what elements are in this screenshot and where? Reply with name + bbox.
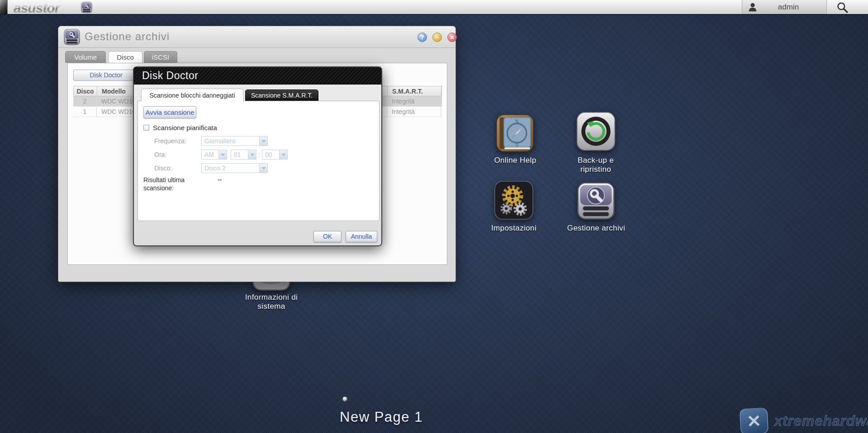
frequency-row: Frequenza: Giornaliero [154,136,268,146]
desktop-label-backup-ripristino[interactable]: Back-up e ripristino [571,156,621,174]
chevron-down-icon[interactable] [279,150,287,159]
meridiem-value: AM [202,150,218,159]
disk-row: Disco: Disco 2 [154,163,268,173]
frequency-value: Giornaliero [202,136,259,146]
header-disco: Disco [74,86,97,96]
watermark-text: xtremehardware.it [774,413,868,429]
header-smart: S.M.A.R.T. [388,86,441,96]
disk-label: Disco: [154,165,201,172]
results-label: Risultati ultima scansione: [143,176,205,192]
window-minimize-button[interactable]: − [432,33,442,42]
dialog-titlebar[interactable]: Disk Doctor [134,67,381,85]
compass-book-icon: N S [496,114,534,152]
hour-select[interactable]: 01 [231,150,256,160]
top-bar: asustor admin [0,0,868,15]
window-close-button[interactable]: ✕ [447,33,457,42]
dialog-content: Avvia scansione Scansione pianificata Fr… [138,101,379,221]
cell-smart: Integrità [387,107,441,117]
desktop-icon-impostazioni[interactable] [494,180,534,220]
drive-wrench-icon [577,182,615,220]
frequency-label: Frequenza: [154,137,201,145]
desktop-icon-backup-ripristino[interactable] [576,112,616,151]
time-row: Ora: AM 01 : 00 [154,150,288,160]
desktop-icon-online-help[interactable]: N S [496,114,534,152]
cell-smart: Integrità [387,96,441,106]
chevron-down-icon[interactable] [248,150,256,159]
disk-doctor-dialog: Disk Doctor Scansione blocchi danneggiat… [133,66,382,246]
disk-doctor-button[interactable]: Disk Doctor [73,70,139,81]
user-icon [748,2,758,12]
scheduled-scan-row: Scansione pianificata [143,124,217,132]
disk-select[interactable]: Disco 2 [201,163,268,173]
svg-text:S: S [515,143,518,148]
window-titlebar[interactable]: Gestione archivi ? − ✕ [58,26,455,48]
scheduled-scan-checkbox[interactable] [143,125,149,131]
gears-icon [494,180,534,220]
page-indicator-dot[interactable] [342,396,347,401]
chevron-down-icon[interactable] [259,164,267,173]
scheduled-scan-label: Scansione pianificata [153,124,217,132]
user-menu-button[interactable]: admin [742,0,827,14]
backup-restore-icon [576,112,616,151]
desktop-icon-gestione-archivi[interactable] [577,182,615,220]
taskbar-storage-manager-icon[interactable] [80,1,93,14]
watermark: ✕ xtremehardware.it [740,408,868,433]
storage-manager-window-icon [64,29,80,45]
corner-chip [0,0,8,14]
window-title: Gestione archivi [85,30,170,43]
chevron-down-icon[interactable] [259,136,267,146]
dialog-title: Disk Doctor [134,67,381,84]
time-separator: : [258,151,260,158]
time-label: Ora: [154,151,201,158]
tab-disco[interactable]: Disco [108,51,142,63]
hour-value: 01 [231,150,248,159]
results-row: Risultati ultima scansione: -- [143,176,222,192]
chevron-down-icon[interactable] [218,150,227,159]
desktop: asustor admin [0,0,868,433]
start-scan-button[interactable]: Avvia scansione [143,106,196,118]
tab-scansione-blocchi[interactable]: Scansione blocchi danneggiati [141,89,243,101]
minute-select[interactable]: 00 [262,150,288,160]
desktop-label-online-help[interactable]: Online Help [477,156,554,165]
search-button[interactable] [833,1,851,14]
xtremehardware-logo-icon: ✕ [740,407,769,433]
disk-value: Disco 2 [202,164,259,173]
cell-disco: 2 [73,96,97,106]
page-title: New Page 1 [291,409,472,425]
svg-text:N: N [515,119,518,124]
ok-button[interactable]: OK [313,231,342,242]
cancel-button[interactable]: Annulla [346,231,377,242]
asustor-logo: asustor [14,0,59,16]
desktop-label-impostazioni[interactable]: Impostazioni [475,224,552,233]
search-icon [836,1,849,14]
cell-disco: 1 [73,107,97,117]
meridiem-select[interactable]: AM [201,150,227,160]
window-help-button[interactable]: ? [417,33,427,42]
tab-volume[interactable]: Volume [65,51,106,63]
desktop-label-informazioni-di-sistema[interactable]: Informazioni di sistema [237,293,305,311]
minute-value: 00 [262,150,279,159]
results-value: -- [218,176,222,192]
frequency-select[interactable]: Giornaliero [201,136,268,146]
dialog-tab-bar: Scansione blocchi danneggiati Scansione … [134,89,381,101]
tab-iscsi[interactable]: iSCSI [144,51,177,63]
tab-scansione-smart[interactable]: Scansione S.M.A.R.T. [245,89,318,101]
window-tab-bar: Volume Disco iSCSI [58,51,455,63]
drive-wrench-icon [81,2,92,13]
desktop-label-gestione-archivi[interactable]: Gestione archivi [558,224,635,233]
username-label: admin [758,3,826,12]
